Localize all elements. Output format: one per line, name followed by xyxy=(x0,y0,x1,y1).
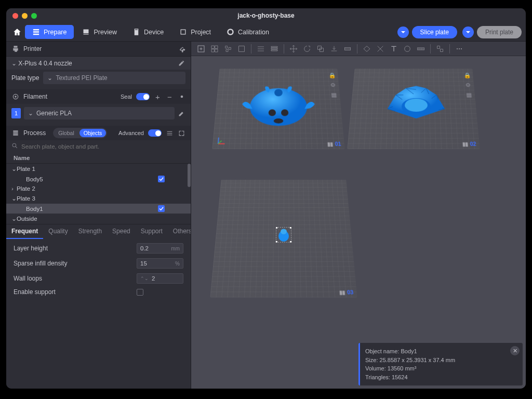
tree-row[interactable]: Body5 xyxy=(6,174,191,184)
model-flower-base xyxy=(376,82,457,134)
filament-settings-button[interactable] xyxy=(178,93,185,101)
filament-section-header: Filament Seal + − xyxy=(6,89,191,104)
slice-plate-button[interactable]: Slice plate xyxy=(412,26,457,38)
viewport[interactable]: 🔒 ⚙ ▦ ▮▮01 xyxy=(191,42,526,389)
support-checkbox[interactable] xyxy=(137,289,143,296)
close-info-button[interactable]: ✕ xyxy=(510,346,520,355)
walls-input[interactable]: ⌃⌄ 2 xyxy=(137,273,183,284)
plate-arrange-icon[interactable]: ▦ xyxy=(329,91,338,99)
cut-tool[interactable] xyxy=(342,43,353,55)
layers-tool[interactable] xyxy=(269,43,280,55)
nav-preview[interactable]: Preview xyxy=(75,25,124,39)
plate-type-row: Plate type ⌄ Textured PEI Plate xyxy=(6,70,191,86)
more-tool[interactable] xyxy=(454,43,465,55)
filament-select[interactable]: ⌄ Generic PLA xyxy=(24,107,175,119)
edit-printer-button[interactable] xyxy=(178,59,185,67)
split-tool[interactable] xyxy=(255,43,267,55)
add-plate-button[interactable] xyxy=(195,43,207,55)
color-paint-tool[interactable] xyxy=(402,43,413,55)
tree-row[interactable]: ⌄ Plate 3 xyxy=(6,193,191,204)
nav-calibration-label: Calibration xyxy=(238,29,269,36)
scale-tool[interactable] xyxy=(315,43,326,55)
plate-lock-icon[interactable]: 🔒 xyxy=(463,72,471,79)
settings-section: Layer height 0.2 mm Sparse infill densit… xyxy=(6,239,191,300)
plate-type-select[interactable]: ⌄ Textured PEI Plate xyxy=(43,72,185,84)
mesh-tool[interactable] xyxy=(361,43,373,55)
tree-row[interactable]: › Plate 2 xyxy=(6,184,191,193)
plate-number: ▮▮02 xyxy=(462,141,476,147)
slice-dropdown-button[interactable] xyxy=(397,26,409,38)
add-filament-button[interactable]: + xyxy=(154,93,162,101)
layer-height-input[interactable]: 0.2 mm xyxy=(137,243,183,254)
rotate-tool[interactable] xyxy=(301,43,313,55)
tab-others[interactable]: Others xyxy=(168,224,191,239)
search-input[interactable] xyxy=(21,143,185,150)
nav-prepare[interactable]: Prepare xyxy=(25,25,74,39)
svg-point-1 xyxy=(15,96,17,98)
expand-button[interactable] xyxy=(178,129,185,137)
stepper-icon[interactable]: ⌃⌄ xyxy=(140,276,149,281)
print-dropdown-button[interactable] xyxy=(462,26,474,38)
visibility-checkbox[interactable] xyxy=(158,176,165,182)
print-plate-button[interactable]: Print plate xyxy=(477,26,522,38)
setting-walls: Wall loops ⌃⌄ 2 xyxy=(14,273,183,284)
home-button[interactable] xyxy=(10,25,24,39)
main-toolbar: Prepare Preview Device Project Calibrati… xyxy=(6,23,526,42)
plate-lock-icon[interactable]: 🔒 xyxy=(328,72,336,79)
advanced-toggle[interactable] xyxy=(148,129,162,137)
tab-quality[interactable]: Quality xyxy=(43,224,73,239)
arrange-tool[interactable] xyxy=(222,43,234,55)
infill-input[interactable]: 15 % xyxy=(137,258,183,269)
model-body1-selected[interactable] xyxy=(276,227,291,243)
tab-frequent[interactable]: Frequent xyxy=(6,224,43,239)
plate-view-1[interactable]: 🔒 ⚙ ▦ ▮▮01 xyxy=(212,69,344,149)
tree-row[interactable]: Body1 xyxy=(6,204,191,214)
search-row xyxy=(6,140,191,153)
plate-settings-icon[interactable]: ⚙ xyxy=(463,82,472,89)
list-mode-button[interactable] xyxy=(166,129,174,137)
process-section-header: Process Global Objects Advanced xyxy=(6,126,191,140)
seal-toggle[interactable] xyxy=(136,93,150,100)
printer-settings-button[interactable] xyxy=(178,45,185,53)
svg-rect-25 xyxy=(276,227,277,229)
chevron-down-icon: ⌄ xyxy=(28,110,33,117)
tree-row[interactable]: ⌄ Outside xyxy=(6,214,191,224)
plate-arrange-icon[interactable]: ▦ xyxy=(464,91,473,99)
tree-scrollbar[interactable] xyxy=(188,164,191,187)
nav-calibration[interactable]: Calibration xyxy=(219,25,276,39)
scope-objects[interactable]: Objects xyxy=(79,129,107,137)
measure-tool[interactable] xyxy=(415,43,427,55)
tab-speed[interactable]: Speed xyxy=(107,224,136,239)
remove-filament-button[interactable]: − xyxy=(166,93,174,101)
grid-tool[interactable] xyxy=(209,43,220,55)
flatten-tool[interactable] xyxy=(328,43,340,55)
orient-tool[interactable] xyxy=(236,43,247,55)
edit-filament-button[interactable] xyxy=(178,110,185,117)
support-paint-tool[interactable] xyxy=(375,43,386,55)
text-tool[interactable] xyxy=(388,43,400,55)
plate-type-label: Plate type xyxy=(11,74,39,82)
tree-row[interactable]: ⌄ Plate 1 xyxy=(6,164,191,174)
tab-strength[interactable]: Strength xyxy=(73,224,107,239)
assembly-tool[interactable] xyxy=(434,43,446,55)
plate-settings-icon[interactable]: ⚙ xyxy=(328,82,337,89)
tree-header: Name xyxy=(6,153,191,164)
nav-device-label: Device xyxy=(144,29,164,36)
move-tool[interactable] xyxy=(288,43,299,55)
tab-support[interactable]: Support xyxy=(136,224,168,239)
tree-label: Body5 xyxy=(26,176,158,182)
printer-selector[interactable]: ⌄ X-Plus 4 0.4 nozzle xyxy=(6,56,191,70)
scope-global[interactable]: Global xyxy=(54,129,78,137)
svg-rect-4 xyxy=(239,46,245,51)
tree-label: Plate 3 xyxy=(17,195,185,202)
filament-icon xyxy=(11,93,19,101)
visibility-checkbox[interactable] xyxy=(158,205,165,212)
svg-rect-28 xyxy=(290,241,291,243)
axis-gizmo xyxy=(216,134,230,146)
plate-view-2[interactable]: 🔒 ⚙ ▦ ▮▮02 xyxy=(347,69,480,149)
nav-project[interactable]: Project xyxy=(172,25,218,39)
plate-view-3[interactable]: ▮▮03 xyxy=(210,180,357,298)
filament-index[interactable]: 1 xyxy=(11,108,21,118)
object-info-panel: ✕ Object name: Body1 Size: 25.8587 x 25.… xyxy=(358,343,523,385)
nav-device[interactable]: Device xyxy=(125,25,171,39)
